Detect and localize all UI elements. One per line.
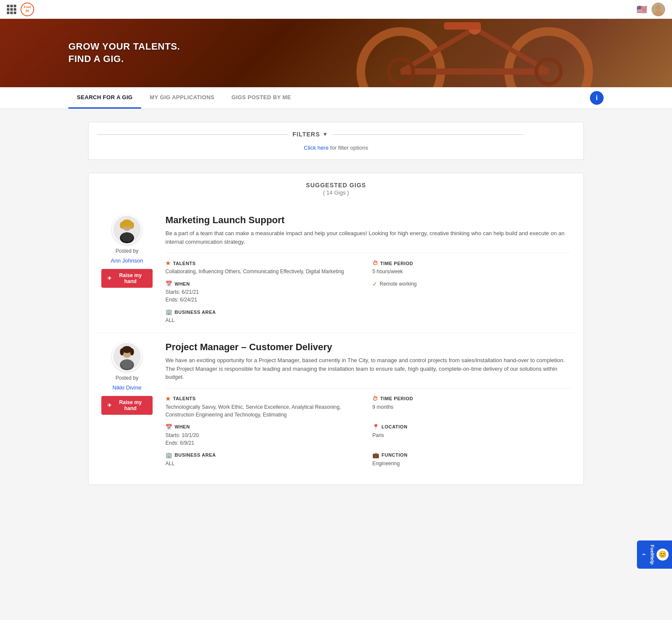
tab-posted[interactable]: GIGS POSTED BY ME bbox=[223, 87, 300, 109]
detail-talents-label-2: ★ TALENTS bbox=[165, 396, 364, 402]
svg-point-0 bbox=[656, 5, 661, 10]
poster-name-1[interactable]: Ann Johnson bbox=[111, 257, 143, 264]
svg-point-21 bbox=[121, 359, 133, 369]
detail-when-starts-2: Starts: 10/1/20 bbox=[165, 431, 364, 439]
gig-content-2: Project Manager – Customer Delivery We h… bbox=[165, 342, 571, 467]
detail-talents-value-2: Technologically Savvy, Work Ethic, Servi… bbox=[165, 403, 364, 419]
detail-business-value-2: ALL bbox=[165, 460, 364, 467]
poster-avatar-1 bbox=[112, 215, 142, 245]
detail-function-value-2: Engineering bbox=[372, 460, 571, 467]
filters-header: FILTERS ▼ bbox=[97, 131, 575, 138]
detail-function-2: 💼 FUNCTION Engineering bbox=[372, 452, 571, 467]
app-logo[interactable]: Fuel 50 bbox=[21, 3, 34, 16]
suggested-section: SUGGESTED GIGS ( 14 Gigs ) bbox=[88, 173, 584, 485]
gig-poster-1: Posted by Ann Johnson ✈ Raise my hand bbox=[101, 215, 153, 324]
detail-business-value-1: ALL bbox=[165, 316, 364, 324]
gig-card-1: Posted by Ann Johnson ✈ Raise my hand Ma… bbox=[97, 206, 575, 333]
raise-hand-button-1[interactable]: ✈ Raise my hand bbox=[101, 269, 153, 288]
detail-when-1: 📅 WHEN Starts: 6/21/21 Ends: 6/24/21 bbox=[165, 280, 364, 304]
posted-by-label-1: Posted by bbox=[115, 248, 138, 254]
calendar-icon-1: 📅 bbox=[165, 280, 173, 287]
filters-header-row: FILTERS ▼ bbox=[97, 131, 575, 138]
poster-name-2[interactable]: Nikki Divine bbox=[112, 384, 141, 391]
star-icon-1: ★ bbox=[165, 260, 171, 266]
pin-icon-2: 📍 bbox=[372, 424, 380, 430]
detail-business-1: 🏢 BUSINESS AREA ALL bbox=[165, 309, 364, 324]
info-button[interactable]: i bbox=[590, 91, 604, 105]
detail-when-ends-2: Ends: 6/9/21 bbox=[165, 439, 364, 447]
star-icon-2: ★ bbox=[165, 396, 171, 402]
tab-search[interactable]: SEARCH FOR A GIG bbox=[68, 87, 141, 109]
building-icon-2: 🏢 bbox=[165, 452, 173, 458]
suggested-count: ( 14 Gigs ) bbox=[97, 189, 575, 196]
gig-details-2: ★ TALENTS Technologically Savvy, Work Et… bbox=[165, 396, 571, 467]
hero-banner: GROW YOUR TALENTS. FIND A GIG. bbox=[0, 19, 672, 87]
gig-description-2: We have an exciting opportunity for a Pr… bbox=[165, 356, 571, 381]
clock-icon-2: ⏱ bbox=[372, 396, 378, 402]
flag-icon[interactable]: 🇺🇸 bbox=[637, 4, 647, 15]
detail-when-label-1: 📅 WHEN bbox=[165, 280, 364, 287]
poster-avatar-2 bbox=[112, 342, 142, 372]
svg-point-23 bbox=[120, 348, 124, 355]
svg-point-17 bbox=[130, 222, 134, 229]
detail-function-label-2: 💼 FUNCTION bbox=[372, 452, 571, 458]
filter-click-area: Click here for filter options bbox=[97, 145, 575, 151]
top-navigation: Fuel 50 🇺🇸 bbox=[0, 0, 672, 19]
briefcase-icon-2: 💼 bbox=[372, 452, 380, 458]
send-icon-1: ✈ bbox=[107, 275, 112, 281]
main-content: FILTERS ▼ Click here for filter options … bbox=[80, 109, 592, 498]
gig-content-1: Marketing Launch Support Be a part of a … bbox=[165, 215, 571, 324]
hero-text: GROW YOUR TALENTS. FIND A GIG. bbox=[0, 41, 180, 65]
detail-remote-1: ✓ Remote working bbox=[372, 280, 571, 304]
detail-when-starts-1: Starts: 6/21/21 bbox=[165, 288, 364, 296]
tab-applications[interactable]: MY GIG APPLICATIONS bbox=[141, 87, 223, 109]
detail-business-label-1: 🏢 BUSINESS AREA bbox=[165, 309, 364, 315]
nav-right: 🇺🇸 bbox=[637, 3, 665, 16]
detail-business-2: 🏢 BUSINESS AREA ALL bbox=[165, 452, 364, 467]
raise-hand-button-2[interactable]: ✈ Raise my hand bbox=[101, 396, 153, 415]
tabs-bar: SEARCH FOR A GIG MY GIG APPLICATIONS GIG… bbox=[0, 87, 672, 109]
send-icon-2: ✈ bbox=[107, 402, 112, 408]
detail-location-2: 📍 LOCATION Paris bbox=[372, 424, 571, 447]
detail-location-value-2: Paris bbox=[372, 431, 571, 439]
detail-when-label-2: 📅 WHEN bbox=[165, 424, 364, 430]
clock-icon-1: ⏱ bbox=[372, 260, 378, 266]
filters-arrow-icon: ▼ bbox=[322, 131, 328, 137]
gig-details-1: ★ TALENTS Collaborating, Influencing Oth… bbox=[165, 260, 571, 324]
gig-card-2: Posted by Nikki Divine ✈ Raise my hand P… bbox=[97, 333, 575, 476]
detail-business-label-2: 🏢 BUSINESS AREA bbox=[165, 452, 364, 458]
posted-by-label-2: Posted by bbox=[115, 375, 138, 381]
detail-talents-value-1: Collaborating, Influencing Others, Commu… bbox=[165, 268, 364, 275]
detail-talents-2: ★ TALENTS Technologically Savvy, Work Et… bbox=[165, 396, 364, 419]
svg-point-14 bbox=[121, 232, 133, 242]
building-icon-1: 🏢 bbox=[165, 309, 173, 315]
svg-rect-8 bbox=[444, 22, 481, 30]
detail-when-2: 📅 WHEN Starts: 10/1/20 Ends: 6/9/21 bbox=[165, 424, 364, 447]
detail-talents-label-1: ★ TALENTS bbox=[165, 260, 364, 266]
detail-time-value-2: 9 months bbox=[372, 403, 571, 411]
svg-point-24 bbox=[130, 348, 134, 355]
calendar-icon-2: 📅 bbox=[165, 424, 173, 430]
suggested-title: SUGGESTED GIGS bbox=[97, 182, 575, 189]
svg-point-16 bbox=[120, 222, 124, 229]
detail-time-label-1: ⏱ TIME PERIOD bbox=[372, 260, 571, 266]
gig-title-1: Marketing Launch Support bbox=[165, 215, 571, 226]
filters-title-text: FILTERS bbox=[292, 131, 320, 138]
detail-time-value-1: 5 hours/week bbox=[372, 268, 571, 275]
grid-icon[interactable] bbox=[7, 5, 16, 14]
detail-talents-1: ★ TALENTS Collaborating, Influencing Oth… bbox=[165, 260, 364, 275]
filter-click-text: for filter options bbox=[330, 145, 368, 151]
detail-time-label-2: ⏱ TIME PERIOD bbox=[372, 396, 571, 402]
check-icon-1: ✓ bbox=[372, 280, 377, 287]
filters-title: FILTERS ▼ bbox=[292, 131, 328, 138]
hero-line2: FIND A GIG. bbox=[68, 53, 124, 64]
detail-time-2: ⏱ TIME PERIOD 9 months bbox=[372, 396, 571, 419]
remote-working-1: ✓ Remote working bbox=[372, 280, 571, 287]
user-avatar[interactable] bbox=[651, 3, 665, 16]
svg-point-1 bbox=[654, 11, 663, 16]
gig-description-1: Be a part of a team that can make a meas… bbox=[165, 229, 571, 246]
detail-time-1: ⏱ TIME PERIOD 5 hours/week bbox=[372, 260, 571, 275]
filter-click-link[interactable]: Click here bbox=[304, 145, 329, 151]
detail-when-ends-1: Ends: 6/24/21 bbox=[165, 296, 364, 304]
tabs-left: SEARCH FOR A GIG MY GIG APPLICATIONS GIG… bbox=[68, 87, 300, 109]
